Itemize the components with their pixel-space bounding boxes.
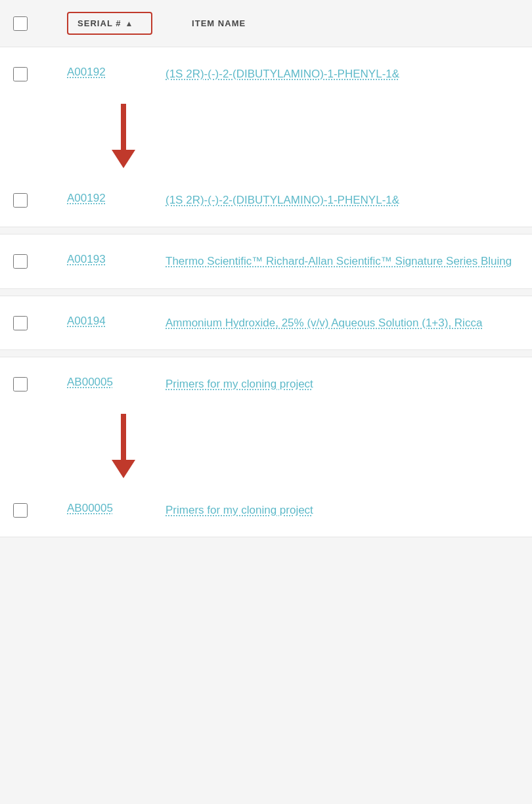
table-row: AB00005 Primers for my cloning project — [0, 483, 532, 537]
item-name-link[interactable]: Ammonium Hydroxide, 25% (v/v) Aqueous So… — [166, 315, 482, 332]
arrow-shaft — [121, 414, 126, 460]
serial-header-label: SERIAL # — [78, 18, 122, 28]
row-spacer — [0, 290, 532, 296]
table-header: SERIAL # ▲ ITEM NAME — [0, 0, 532, 47]
inventory-table: SERIAL # ▲ ITEM NAME A00192 (1S 2R)-(-)-… — [0, 0, 532, 537]
item-name-link[interactable]: (1S 2R)-(-)-2-(DIBUTYLAMINO)-1-PHENYL-1& — [166, 192, 399, 209]
arrow-head — [112, 460, 135, 478]
row-content: A00192 (1S 2R)-(-)-2-(DIBUTYLAMINO)-1-PH… — [67, 66, 519, 83]
item-name-header: ITEM NAME — [192, 18, 246, 28]
row-content: A00193 Thermo Scientific™ Richard-Allan … — [67, 253, 519, 270]
row-spacer — [0, 229, 532, 234]
row-checkbox[interactable] — [13, 254, 28, 269]
serial-number[interactable]: AB00005 — [67, 502, 126, 515]
arrow-annotation — [0, 411, 532, 483]
row-checkbox[interactable] — [13, 67, 28, 81]
row-group-a00193: A00193 Thermo Scientific™ Richard-Allan … — [0, 234, 532, 289]
row-group-ab00005: AB00005 Primers for my cloning project A… — [0, 357, 532, 537]
row-spacer — [0, 351, 532, 357]
table-row: A00193 Thermo Scientific™ Richard-Allan … — [0, 234, 532, 288]
row-content: A00194 Ammonium Hydroxide, 25% (v/v) Aqu… — [67, 315, 519, 332]
arrow-head — [112, 150, 135, 168]
item-name-link[interactable]: Primers for my cloning project — [166, 502, 313, 519]
row-checkbox[interactable] — [13, 193, 28, 208]
arrow-shaft — [121, 104, 126, 150]
item-name-link[interactable]: (1S 2R)-(-)-2-(DIBUTYLAMINO)-1-PHENYL-1& — [166, 66, 399, 83]
down-arrow-icon — [112, 101, 135, 173]
sort-ascending-icon[interactable]: ▲ — [125, 19, 134, 28]
serial-number[interactable]: A00193 — [67, 253, 126, 266]
row-checkbox[interactable] — [13, 316, 28, 330]
serial-number[interactable]: A00194 — [67, 315, 126, 328]
row-content: AB00005 Primers for my cloning project — [67, 502, 519, 519]
serial-header[interactable]: SERIAL # ▲ — [67, 12, 152, 35]
table-row: A00192 (1S 2R)-(-)-2-(DIBUTYLAMINO)-1-PH… — [0, 173, 532, 227]
down-arrow-icon — [112, 411, 135, 483]
row-content: A00192 (1S 2R)-(-)-2-(DIBUTYLAMINO)-1-PH… — [67, 192, 519, 209]
row-checkbox[interactable] — [13, 503, 28, 518]
serial-number[interactable]: AB00005 — [67, 376, 126, 389]
row-checkbox[interactable] — [13, 377, 28, 391]
arrow-annotation — [0, 101, 532, 173]
serial-number[interactable]: A00192 — [67, 66, 126, 79]
table-row: A00192 (1S 2R)-(-)-2-(DIBUTYLAMINO)-1-PH… — [0, 47, 532, 101]
item-name-link[interactable]: Primers for my cloning project — [166, 376, 313, 393]
item-name-link[interactable]: Thermo Scientific™ Richard-Allan Scienti… — [166, 253, 512, 270]
select-all-checkbox[interactable] — [13, 16, 28, 31]
serial-number[interactable]: A00192 — [67, 192, 126, 205]
row-group-a00192: A00192 (1S 2R)-(-)-2-(DIBUTYLAMINO)-1-PH… — [0, 47, 532, 227]
table-row: AB00005 Primers for my cloning project — [0, 357, 532, 411]
row-group-a00194: A00194 Ammonium Hydroxide, 25% (v/v) Aqu… — [0, 296, 532, 351]
row-content: AB00005 Primers for my cloning project — [67, 376, 519, 393]
table-row: A00194 Ammonium Hydroxide, 25% (v/v) Aqu… — [0, 296, 532, 350]
